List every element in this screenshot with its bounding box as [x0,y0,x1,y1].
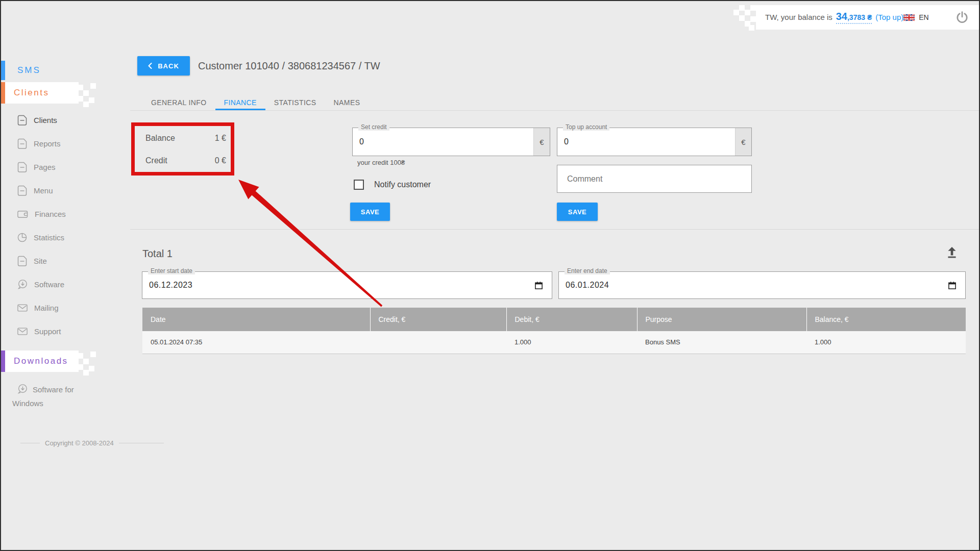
pixel-dissolve-decoration [78,85,83,90]
copyright-text: Copyright © 2008-2024 [45,439,114,447]
set-credit-input[interactable] [353,128,529,156]
sidebar-item-label: Software [34,280,64,289]
export-button[interactable] [944,245,960,260]
sidebar-item-reports[interactable]: Reports [0,132,128,155]
comment-input[interactable] [557,165,751,192]
cell-credit [370,331,506,354]
sidebar-item-label: Menu [34,186,53,195]
total-count-label: Total 1 [142,248,173,260]
document-icon [17,138,27,149]
sidebar-item-menu[interactable]: Menu [0,179,128,202]
download-icon[interactable] [17,384,28,396]
balance-fraction: ,3783 ₴ [847,13,872,21]
language-selector[interactable]: EN [903,13,928,21]
balance-line: TW, your balance is 34,3783 ₴ (Top up) [765,11,903,24]
sidebar-item-label: Support [34,327,61,336]
sidebar-item-pages[interactable]: Pages [0,155,128,179]
comment-field [557,165,752,193]
table-header-row: Date Credit, € Debit, € Purpose Balance,… [142,308,966,331]
set-credit-field: Set credit € [352,128,550,156]
sms-section-label: SMS [17,65,41,76]
sidebar-item-software-for-windows[interactable]: Software for [33,385,74,394]
top-up-link[interactable]: (Top up) [875,13,903,21]
start-date-field: Enter start date [142,271,552,299]
sms-accent-bar [1,61,5,80]
clients-section-label: Clients [14,88,49,98]
credit-value: 0 € [215,156,226,165]
column-header-credit: Credit, € [370,308,506,331]
end-date-input[interactable] [559,272,940,298]
credit-hint-text: your credit 100₴ [357,159,405,166]
sidebar-item-label: Site [34,257,47,265]
sidebar-section-clients[interactable]: Clients [1,82,79,104]
sidebar-item-clients[interactable]: Clients [0,108,128,132]
back-button[interactable]: BACK [137,56,190,76]
sidebar-item-software[interactable]: Software [0,272,128,296]
tab-general-info[interactable]: GENERAL INFO [142,95,215,110]
sidebar-item-software-for-windows-line2[interactable]: Windows [12,399,43,408]
notify-customer-label[interactable]: Notify customer [374,180,431,189]
cell-date: 05.01.2024 07:35 [142,331,370,354]
wallet-icon [17,209,28,218]
sidebar-item-site[interactable]: Site [0,249,128,272]
currency-suffix: € [735,128,751,156]
uk-flag-icon [903,14,915,21]
annotation-highlight-box [131,122,234,176]
sidebar-item-finances[interactable]: Finances [0,202,128,226]
sidebar-item-label: Reports [34,139,61,148]
chevron-left-icon [148,63,152,69]
credit-label: Credit [145,156,167,165]
start-date-input[interactable] [142,272,526,298]
calendar-icon[interactable] [534,281,543,292]
downloads-section-label: Downloads [14,356,68,366]
save-top-up-button[interactable]: SAVE [557,203,598,221]
column-header-purpose: Purpose [637,308,806,331]
cell-debit: 1.000 [506,331,637,354]
download-icon [17,279,28,289]
envelope-icon [17,304,28,312]
balance-amount-link[interactable]: 34,3783 ₴ [836,11,872,24]
top-up-account-input[interactable] [557,128,731,156]
sidebar-item-statistics[interactable]: Statistics [0,226,128,249]
sidebar-item-mailing[interactable]: Mailing [0,296,128,319]
sidebar-section-downloads[interactable]: Downloads [1,350,79,372]
copyright-divider-right [119,443,164,443]
document-icon [17,162,27,172]
document-icon [17,256,27,266]
notify-customer-checkbox[interactable] [354,180,364,190]
sidebar-item-label: Mailing [34,304,59,312]
top-up-account-field: Top up account € [557,128,752,156]
transactions-table: Date Credit, € Debit, € Purpose Balance,… [142,308,966,354]
end-date-field: Enter end date [558,271,966,299]
sidebar-item-label: Finances [35,210,66,218]
currency-suffix: € [533,128,550,156]
tab-statistics[interactable]: STATISTICS [265,95,325,110]
balance-summary-row: Balance 1 € [145,134,226,143]
tab-bar: GENERAL INFO FINANCE STATISTICS NAMES [130,95,979,111]
copyright-divider-left [20,443,40,443]
column-header-debit: Debit, € [506,308,637,331]
envelope-icon [17,328,28,335]
save-credit-button[interactable]: SAVE [350,203,390,221]
balance-value: 1 € [215,134,226,143]
document-icon [17,185,27,196]
sidebar-item-support[interactable]: Support [0,319,128,343]
balance-prefix-text: TW, your balance is [765,13,832,21]
sidebar-item-label: Clients [34,116,57,124]
downloads-accent-bar [1,350,5,372]
sidebar-item-label: Statistics [34,233,64,242]
tab-names[interactable]: NAMES [325,95,369,110]
tab-finance[interactable]: FINANCE [215,95,265,110]
language-label: EN [919,13,928,21]
top-bar: TW, your balance is 34,3783 ₴ (Top up) E… [756,5,979,30]
balance-label: Balance [145,134,175,143]
cell-balance: 1.000 [806,331,966,354]
logout-button[interactable] [955,11,969,24]
copyright: Copyright © 2008-2024 [20,439,164,447]
sidebar-item-label: Pages [34,163,56,171]
sidebar-section-sms[interactable]: SMS [1,61,41,80]
calendar-icon[interactable] [948,281,957,292]
section-divider [130,229,979,230]
pixel-dissolve-decoration [733,10,739,15]
clients-accent-bar [1,82,5,104]
